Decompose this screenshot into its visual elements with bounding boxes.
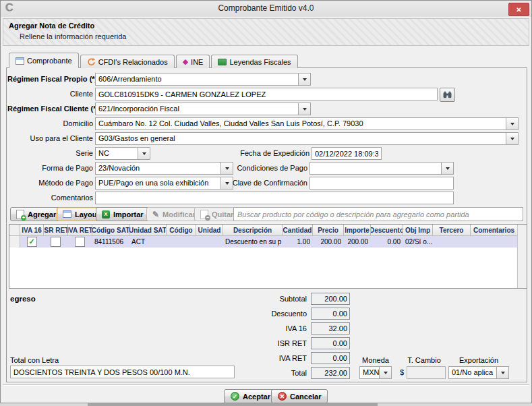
regimen-propio-select[interactable]: 606/Arrendamiento [95,73,311,86]
cliente-input[interactable] [95,88,438,100]
agregar-button[interactable]: Agregar [10,207,62,221]
tab-comprobante[interactable]: Comprobante [9,53,79,68]
modificar-label: Modificar [162,210,196,219]
cell-descripcion: Descuento en su p... [223,236,283,248]
accept-check-icon: ✓ [231,392,239,401]
iva-ret-checkbox[interactable] [75,237,85,247]
page-subtitle: Rellene la información requerida [20,32,126,40]
buscar-producto-input[interactable] [233,207,523,221]
col-comentarios[interactable]: Comentarios [471,225,518,236]
col-tercero[interactable]: Tercero [433,225,471,236]
cell-importe: 200.00 [344,236,371,248]
col-importe[interactable]: Importe [344,225,371,236]
aceptar-button[interactable]: ✓ Aceptar [224,389,277,403]
fecha-expedicion-label: Fecha de Expedición [223,147,309,160]
tab-ine[interactable]: ◆ INE [176,55,210,68]
col-descripcion[interactable]: Descripción [223,225,283,236]
diamond-icon: ◆ [183,58,188,65]
remove-item-icon [200,210,208,219]
cell-tercero [433,236,471,248]
close-button[interactable]: ✕ [508,3,529,16]
forma-pago-value: 23/Novación [96,163,220,174]
col-isr-ret[interactable]: ISR RET [44,225,68,236]
modificar-button[interactable]: ✎ Modificar [146,207,202,221]
aceptar-label: Aceptar [243,393,270,401]
background-strip-segment [88,403,378,406]
col-cantidad[interactable]: Cantidad [283,225,313,236]
clave-confirmacion-input[interactable] [309,177,454,190]
moneda-label: Moneda [359,356,392,364]
serie-label: Serie [7,147,93,160]
importar-label: Importar [113,210,144,219]
metodo-pago-select[interactable]: PUE/Pago en una sola exhibición [95,177,233,190]
cell-cantidad: 1.00 [283,236,313,248]
col-obj-imp[interactable]: Obj Imp [403,225,433,236]
total-label: Total [234,367,307,379]
buscar-cliente-button[interactable] [440,88,455,102]
domicilio-select[interactable]: Cuámbaro No. 12 Col. Ciudad Valles, Ciud… [95,117,519,130]
chevron-down-icon[interactable] [298,103,310,115]
tab-cfdis-relacionados[interactable]: CFDI's Relacionados [80,55,175,68]
t-cambio-input[interactable] [407,366,446,379]
chevron-down-icon[interactable] [138,148,150,159]
tab-label: Leyendas Fiscales [229,58,291,66]
moneda-value: MXN [360,367,379,378]
cancel-x-icon: ✕ [278,392,287,401]
metodo-pago-label: Método de Pago [7,177,93,190]
add-item-icon [16,210,24,219]
cell-comentarios [471,236,518,248]
t-cambio-label: T. Cambio [400,356,448,364]
serie-select[interactable]: NC [95,147,150,160]
tab-strip: Comprobante CFDI's Relacionados ◆ INE Le… [9,54,299,68]
tab-leyendas-fiscales[interactable]: Leyendas Fiscales [211,55,297,68]
domicilio-value: Cuámbaro No. 12 Col. Ciudad Valles, Ciud… [96,118,506,129]
cell-unidad-sat: ACT [129,236,167,248]
isr-ret-checkbox[interactable] [51,237,61,247]
row-selector[interactable] [9,236,20,248]
table-scrollbar[interactable] [517,225,527,288]
table-header: IVA 16 ISR RET IVA RET Código SAT Unidad… [9,225,527,236]
condiciones-pago-select[interactable] [309,162,454,175]
chevron-down-icon[interactable] [379,367,391,378]
col-iva16[interactable]: IVA 16 [20,225,44,236]
chevron-down-icon[interactable] [506,118,518,129]
clave-confirmacion-label: Clave de Confirmación [223,177,307,190]
col-codigo[interactable]: Código [167,225,196,236]
items-table: IVA 16 ISR RET IVA RET Código SAT Unidad… [9,224,527,289]
col-iva-ret[interactable]: IVA RET [68,225,92,236]
fecha-expedicion-input[interactable] [312,147,382,160]
chevron-down-icon[interactable] [506,133,518,144]
importar-button[interactable]: X Importar [96,207,150,221]
forma-pago-select[interactable]: 23/Novación [95,162,233,175]
col-descuento[interactable]: Descuento [371,225,403,236]
uso-cliente-value: G03/Gastos en general [96,133,506,144]
moneda-select[interactable]: MXN [359,366,392,379]
isr-ret-value: 0.00 [311,337,350,349]
regimen-propio-value: 606/Arrendamiento [96,74,298,85]
condiciones-pago-value [310,163,441,174]
title-bar[interactable]: C Comprobante Emitido v4.0 ✕ [1,1,531,17]
cancelar-button[interactable]: ✕ Cancelar [271,389,328,403]
uso-cliente-select[interactable]: G03/Gastos en general [95,132,519,145]
iva16-checkbox[interactable] [27,237,37,247]
row-selector-header [9,225,20,236]
col-unidad-sat[interactable]: Unidad SAT [129,225,167,236]
iva16-label: IVA 16 [234,322,307,335]
comentarios-input[interactable] [95,192,454,204]
refresh-icon [87,57,96,66]
col-precio[interactable]: Precio [313,225,344,236]
chevron-down-icon[interactable] [441,163,453,174]
exportacion-select[interactable]: 01/No aplica [448,366,509,379]
regimen-cliente-value: 621/Incorporación Fiscal [96,103,298,115]
col-codigo-sat[interactable]: Código SAT [92,225,129,236]
exportacion-value: 01/No aplica [449,367,496,378]
regimen-cliente-select[interactable]: 621/Incorporación Fiscal [95,103,311,115]
iva-ret-label: IVA RET [234,352,307,364]
total-con-letra-input[interactable] [10,366,235,378]
col-unidad[interactable]: Unidad [196,225,223,236]
chevron-down-icon[interactable] [496,367,508,378]
pencil-icon: ✎ [152,210,159,219]
comentarios-label: Comentarios [7,192,93,204]
table-row[interactable]: 84111506 ACT Descuento en su p... 1.00 2… [9,236,527,248]
chevron-down-icon[interactable] [298,74,310,85]
